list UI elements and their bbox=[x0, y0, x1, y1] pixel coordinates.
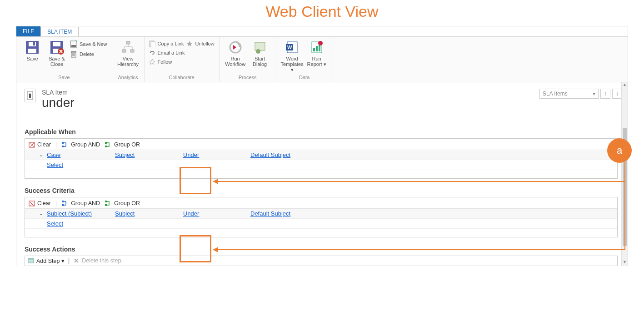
tab-sla-item[interactable]: SLA ITEM bbox=[40, 27, 79, 36]
group-and-button[interactable]: Group AND bbox=[61, 200, 100, 206]
save-new-button[interactable]: Save & New bbox=[70, 40, 107, 48]
svg-rect-44 bbox=[28, 258, 34, 263]
group-and-label: Group AND bbox=[71, 200, 100, 206]
expand-toggle[interactable]: ⌄ bbox=[38, 211, 44, 216]
condition-select-link[interactable]: Select bbox=[47, 161, 63, 168]
group-or-label: Group OR bbox=[114, 141, 140, 148]
delete-step-button: Delete this step. bbox=[73, 257, 123, 264]
svg-rect-42 bbox=[105, 201, 107, 202]
start-dialog-label: Start Dialog bbox=[253, 56, 267, 67]
delete-button[interactable]: Delete bbox=[70, 50, 107, 58]
separator: | bbox=[55, 141, 57, 148]
expand-toggle[interactable]: ⌄ bbox=[38, 152, 44, 158]
condition-value-link[interactable]: Default Subject bbox=[250, 210, 290, 217]
copy-link-button[interactable]: Copy a Link bbox=[149, 40, 185, 47]
unfollow-button[interactable]: Unfollow bbox=[186, 40, 214, 47]
workflow-icon bbox=[228, 40, 243, 55]
condition-field-link[interactable]: Subject bbox=[115, 210, 135, 217]
form-body: SLA Item under SLA Items ▾ ↑ ↓ Applicabl… bbox=[16, 82, 628, 266]
save-close-button[interactable]: Save & Close bbox=[45, 40, 68, 67]
save-new-icon bbox=[70, 40, 77, 48]
entity-type-label: SLA Item bbox=[42, 89, 75, 96]
ribbon-group-analytics-label: Analytics bbox=[112, 74, 144, 82]
follow-label: Follow bbox=[158, 59, 172, 65]
svg-rect-43 bbox=[105, 204, 107, 206]
view-hierarchy-button[interactable]: View Hierarchy bbox=[117, 40, 140, 67]
separator: | bbox=[68, 257, 70, 264]
save-close-icon bbox=[49, 40, 65, 55]
group-or-icon bbox=[105, 141, 112, 148]
section-success-actions-title: Success Actions bbox=[25, 246, 618, 253]
start-dialog-button[interactable]: Start Dialog bbox=[249, 40, 271, 67]
save-button[interactable]: Save bbox=[21, 40, 44, 61]
ribbon-group-process-label: Process bbox=[220, 74, 276, 82]
clear-label: Clear bbox=[37, 141, 51, 148]
condition-entity-link[interactable]: Case bbox=[47, 151, 60, 158]
svg-rect-40 bbox=[62, 201, 64, 202]
condition-entity-link[interactable]: Subject (Subject) bbox=[47, 210, 92, 217]
svg-rect-11 bbox=[71, 51, 76, 52]
vertical-scrollbar[interactable]: ▲ ▼ bbox=[621, 82, 628, 266]
record-header: SLA Item under bbox=[25, 89, 75, 110]
scroll-down-icon: ▼ bbox=[622, 260, 628, 266]
condition-row: ⌄ Subject (Subject) Subject Under Defaul… bbox=[25, 209, 617, 219]
condition-operator-link[interactable]: Under bbox=[183, 210, 199, 217]
hierarchy-icon bbox=[120, 40, 136, 55]
condition-value-link[interactable]: Default Subject bbox=[250, 151, 290, 158]
view-selector-label: SLA Items bbox=[543, 91, 568, 97]
run-report-button[interactable]: Run Report ▾ bbox=[305, 40, 328, 67]
svg-rect-33 bbox=[29, 96, 31, 98]
group-and-label: Group AND bbox=[71, 141, 100, 148]
svg-point-30 bbox=[318, 41, 323, 45]
group-and-button[interactable]: Group AND bbox=[61, 141, 100, 148]
svg-rect-6 bbox=[53, 42, 60, 46]
condition-operator-link[interactable]: Under bbox=[183, 151, 199, 158]
svg-rect-16 bbox=[122, 50, 126, 52]
clear-button[interactable]: Clear bbox=[29, 200, 51, 206]
applicable-when-panel: Clear | Group AND Group OR bbox=[25, 138, 618, 179]
group-or-button[interactable]: Group OR bbox=[105, 141, 140, 148]
word-templates-button[interactable]: W Word Templates ▾ bbox=[281, 40, 304, 73]
email-link-label: Email a Link bbox=[158, 50, 185, 55]
condition-select-link[interactable]: Select bbox=[47, 220, 63, 227]
success-criteria-panel: Clear | Group AND Group OR bbox=[25, 197, 618, 237]
clear-icon bbox=[29, 141, 35, 148]
ribbon-group-process: Run Workflow Start Dialog Process bbox=[220, 37, 276, 82]
run-workflow-label: Run Workflow bbox=[225, 56, 245, 67]
copy-link-icon bbox=[149, 40, 155, 47]
view-hierarchy-label: View Hierarchy bbox=[117, 56, 139, 67]
run-report-label: Run Report ▾ bbox=[307, 56, 326, 67]
email-link-button[interactable]: Email a Link bbox=[149, 50, 185, 56]
clear-icon bbox=[29, 200, 35, 206]
svg-rect-1 bbox=[28, 49, 36, 53]
run-workflow-button[interactable]: Run Workflow bbox=[224, 40, 247, 67]
ribbon-group-collab-label: Collaborate bbox=[145, 74, 219, 82]
app-window: FILE SLA ITEM Save Save & Close bbox=[16, 26, 628, 266]
clear-button[interactable]: Clear bbox=[29, 141, 51, 148]
svg-rect-36 bbox=[62, 146, 64, 147]
page-heading: Web Client View bbox=[0, 0, 644, 26]
dropdown-caret-icon: ▾ bbox=[291, 67, 294, 72]
add-step-label: Add Step ▾ bbox=[36, 257, 65, 264]
group-or-button[interactable]: Group OR bbox=[105, 200, 140, 206]
svg-rect-9 bbox=[71, 45, 76, 47]
condition-select-row: Select bbox=[25, 219, 617, 229]
nav-next-button[interactable]: ↓ bbox=[612, 89, 622, 99]
dropdown-caret-icon: ▾ bbox=[324, 61, 326, 67]
ribbon-group-save-label: Save bbox=[16, 74, 112, 82]
condition-field-link[interactable]: Subject bbox=[115, 151, 135, 158]
tab-file[interactable]: FILE bbox=[16, 26, 40, 36]
add-step-button[interactable]: Add Step ▾ bbox=[28, 257, 65, 264]
dialog-icon bbox=[252, 40, 268, 55]
view-selector[interactable]: SLA Items ▾ bbox=[539, 89, 599, 99]
ribbon: Save Save & Close Save & New bbox=[16, 37, 628, 82]
link-icon bbox=[149, 50, 155, 56]
ribbon-group-data: W Word Templates ▾ Run Report ▾ Data bbox=[276, 37, 333, 82]
nav-prev-button[interactable]: ↑ bbox=[600, 89, 610, 99]
svg-rect-37 bbox=[105, 142, 107, 144]
follow-button[interactable]: Follow bbox=[149, 59, 185, 65]
svg-rect-35 bbox=[62, 142, 64, 144]
svg-point-32 bbox=[29, 94, 31, 96]
svg-rect-19 bbox=[151, 42, 155, 47]
scrollbar-thumb[interactable] bbox=[623, 128, 627, 246]
